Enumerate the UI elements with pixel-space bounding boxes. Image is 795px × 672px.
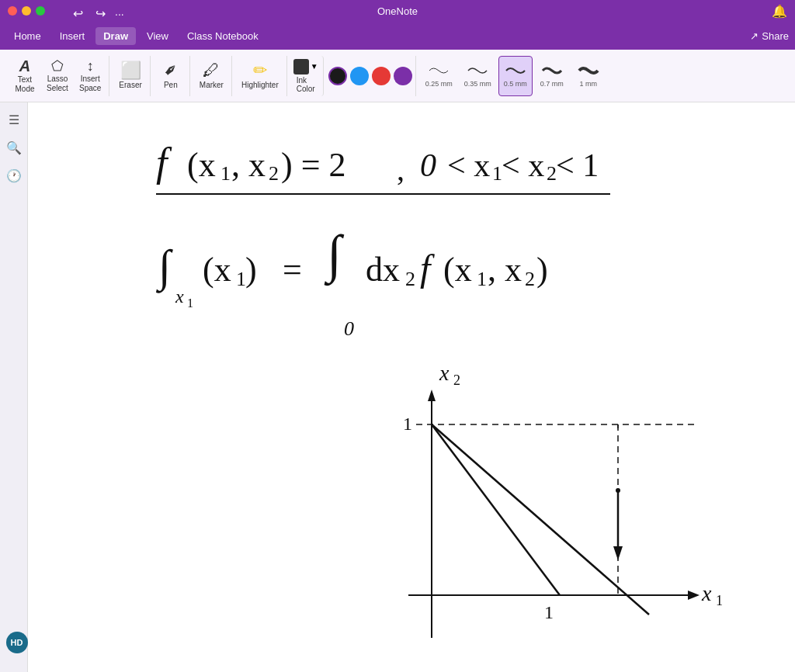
highlighter-button[interactable]: ✏ Highlighter [237, 57, 283, 95]
pen-icon: ✒ [160, 59, 182, 81]
maximize-button[interactable] [36, 6, 45, 16]
eraser-group: ⬜ Eraser [111, 56, 150, 96]
svg-text:dx: dx [366, 251, 400, 289]
eraser-button[interactable]: ⬜ Eraser [114, 57, 146, 95]
undo-button[interactable]: ↩ [70, 5, 86, 23]
thickness-025-label: 0.25 mm [425, 80, 453, 88]
text-mode-button[interactable]: A TextMode [9, 57, 40, 95]
svg-text:< 1: < 1 [556, 147, 599, 183]
menu-view[interactable]: View [139, 27, 176, 45]
thickness-05mm[interactable]: 0.5 mm [498, 56, 533, 96]
sidebar-notebooks-button[interactable]: ☰ [3, 109, 25, 130]
traffic-lights [8, 6, 45, 16]
ink-color-picker[interactable]: ▼ [293, 59, 318, 74]
avatar[interactable]: HD [6, 632, 28, 653]
thickness-05-label: 0.5 mm [504, 80, 527, 88]
sidebar-recent-button[interactable]: 🕐 [3, 165, 25, 186]
thickness-1mm[interactable]: 1 mm [571, 56, 606, 96]
share-label: Share [762, 30, 789, 42]
color-swatches-group [325, 56, 416, 96]
pen-button[interactable]: ✒ Pen [155, 57, 186, 95]
insert-space-label: InsertSpace [79, 74, 101, 93]
ink-color-swatch [293, 59, 309, 74]
thickness-035mm[interactable]: 0.35 mm [460, 56, 496, 96]
svg-text:x: x [439, 361, 450, 385]
thickness-035-label: 0.35 mm [464, 80, 491, 88]
svg-text:2: 2 [405, 268, 415, 290]
avatar-initials: HD [11, 638, 23, 647]
svg-text:1: 1 [544, 602, 554, 622]
svg-point-46 [616, 488, 620, 493]
svg-text:1: 1 [187, 296, 193, 310]
menubar: Home Insert Draw View Class Notebook ↗ S… [0, 22, 795, 50]
chevron-down-icon: ▼ [311, 62, 318, 71]
svg-marker-36 [688, 591, 700, 600]
highlighter-label: Highlighter [241, 81, 279, 90]
ink-color-group: ▼ InkColor [289, 56, 324, 96]
svg-text:∫: ∫ [155, 241, 173, 293]
svg-text:< x: < x [502, 147, 544, 183]
highlighter-group: ✏ Highlighter [234, 56, 287, 96]
thickness-07mm[interactable]: 0.7 mm [535, 56, 569, 96]
toolbar: A TextMode ⬠ LassoSelect ↕ InsertSpace ⬜… [0, 50, 795, 102]
share-icon: ↗ [750, 30, 759, 42]
thickness-group: 0.25 mm 0.35 mm 0.5 mm 0.7 mm 1 mm [418, 56, 609, 96]
redo-button[interactable]: ↪ [92, 5, 109, 23]
wave-1-icon [578, 64, 599, 77]
svg-text:x: x [175, 286, 184, 307]
svg-text:f: f [420, 248, 435, 289]
pen-label: Pen [164, 81, 178, 90]
titlebar-right-controls: 🔔 [772, 4, 787, 19]
app-title: OneNote [377, 5, 418, 17]
svg-marker-45 [613, 546, 623, 560]
color-swatches [328, 67, 412, 85]
titlebar: ↩ ↪ ··· OneNote 🔔 [0, 0, 795, 22]
svg-text:) = 2: ) = 2 [281, 146, 345, 184]
svg-text:,: , [397, 152, 404, 187]
close-button[interactable] [8, 6, 17, 16]
insert-space-icon: ↕ [87, 59, 94, 73]
svg-marker-34 [428, 390, 436, 401]
svg-text:(x: (x [443, 251, 472, 289]
svg-text:1: 1 [477, 268, 487, 290]
menu-insert[interactable]: Insert [52, 27, 93, 45]
sidebar-search-button[interactable]: 🔍 [3, 137, 25, 158]
notebooks-icon: ☰ [9, 113, 19, 127]
svg-text:, x: , x [488, 251, 522, 289]
menu-class-notebook[interactable]: Class Notebook [179, 27, 266, 45]
menu-draw[interactable]: Draw [95, 27, 136, 45]
menu-home[interactable]: Home [6, 27, 49, 45]
selection-tools-group: A TextMode ⬠ LassoSelect ↕ InsertSpace [6, 56, 109, 96]
eraser-label: Eraser [119, 81, 141, 90]
marker-button[interactable]: 🖊 Marker [195, 57, 228, 95]
svg-line-41 [432, 424, 560, 595]
color-blue[interactable] [350, 67, 369, 85]
sidebar: ☰ 🔍 🕐 HD [0, 102, 28, 672]
color-purple[interactable] [394, 67, 412, 85]
more-button[interactable]: ··· [115, 8, 124, 20]
svg-text:): ) [245, 251, 257, 289]
menu-share-area: ↗ Share [750, 30, 789, 42]
undo-redo-group: ↩ ↪ ··· [70, 5, 124, 23]
wave-035-icon [467, 64, 488, 77]
minimize-button[interactable] [22, 6, 31, 16]
color-red[interactable] [372, 67, 391, 85]
canvas-area[interactable]: f (x 1 , x 2 ) = 2 , 0 < x 1 < x 2 < 1 ∫… [28, 102, 795, 672]
svg-text:x: x [701, 581, 712, 605]
drawing-canvas: f (x 1 , x 2 ) = 2 , 0 < x 1 < x 2 < 1 ∫… [28, 102, 795, 672]
lasso-select-button[interactable]: ⬠ LassoSelect [42, 57, 73, 95]
svg-text:< x: < x [447, 147, 490, 183]
pen-group: ✒ Pen [152, 56, 190, 96]
share-button[interactable]: ↗ Share [750, 30, 789, 42]
svg-text:(x: (x [203, 251, 231, 289]
wave-025-icon [428, 64, 450, 77]
marker-label: Marker [200, 81, 224, 90]
thickness-025mm[interactable]: 0.25 mm [421, 56, 457, 96]
notifications-icon[interactable]: 🔔 [772, 4, 787, 19]
svg-text:2: 2 [525, 268, 535, 290]
insert-space-button[interactable]: ↕ InsertSpace [75, 57, 106, 95]
lasso-icon: ⬠ [51, 59, 64, 73]
svg-text:1: 1 [220, 162, 231, 185]
color-black[interactable] [328, 67, 347, 85]
thickness-07-label: 0.7 mm [540, 80, 564, 88]
